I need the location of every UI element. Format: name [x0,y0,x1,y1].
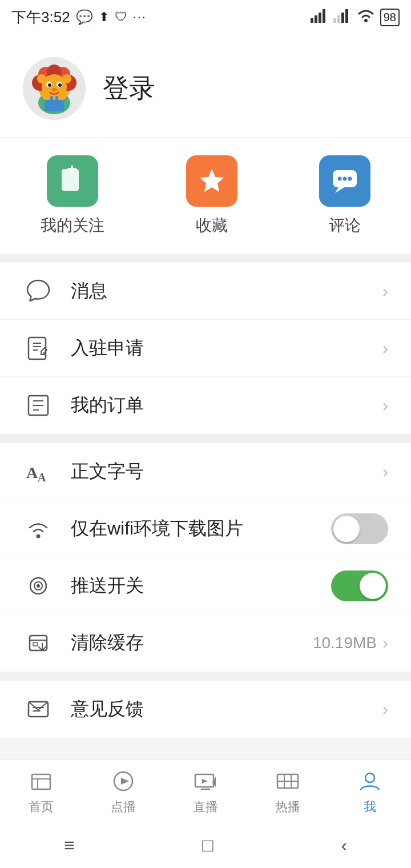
svg-rect-56 [32,774,50,789]
wifi-setting-icon [23,513,54,544]
menu-item-wifi[interactable]: 仅在wifi环境下载图片 [0,500,411,557]
apply-chevron: › [382,339,388,358]
time: 下午3:52 [11,7,70,27]
more-icon: ··· [133,10,147,25]
nav-item-me[interactable]: 我 [329,767,411,815]
avatar[interactable] [23,57,86,120]
follow-action[interactable]: 我的关注 [41,155,104,236]
svg-rect-37 [29,337,46,359]
menu-item-push[interactable]: 推送开关 [0,557,411,614]
svg-rect-3 [323,9,325,23]
fontsize-icon: AA [23,456,54,487]
svg-text:A: A [26,464,38,481]
section-divider-1 [0,254,411,263]
svg-point-69 [365,773,374,782]
svg-marker-64 [202,779,208,783]
feedback-icon [23,694,54,725]
live-nav-label: 直播 [193,798,218,815]
fontsize-chevron: › [382,462,388,481]
nav-item-hot[interactable]: 热播 [247,767,329,815]
svg-point-22 [51,88,57,91]
collect-action[interactable]: 收藏 [186,155,237,236]
follow-icon-box [47,155,98,207]
system-nav-bar: ≡ □ ‹ [0,822,411,868]
shield-icon: 🛡 [115,10,127,25]
vod-nav-icon [110,767,137,795]
menu-item-message[interactable]: 消息 › [0,263,411,320]
menu-list: 消息 › 入驻申请 › 我的订单 › [0,263,411,434]
svg-point-21 [58,83,62,87]
svg-rect-0 [311,18,313,23]
svg-point-50 [37,584,40,588]
svg-rect-6 [341,13,344,23]
login-label[interactable]: 登录 [103,71,155,106]
apply-label: 入驻申请 [71,336,382,361]
svg-rect-4 [333,18,336,23]
status-left: 下午3:52 💬 ⬆ 🛡 ··· [11,7,147,27]
quick-actions: 我的关注 收藏 评论 [0,138,411,254]
sys-home-btn[interactable]: □ [202,835,213,856]
svg-rect-2 [319,13,321,23]
menu-item-feedback[interactable]: 意见反馈 › [0,681,411,738]
signal-icon [311,8,329,26]
avatar-image [23,57,86,120]
svg-rect-26 [50,96,53,103]
sys-menu-btn[interactable]: ≡ [64,835,75,856]
vod-nav-label: 点播 [111,798,136,815]
menu-list-2: AA 正文字号 › 仅在wifi环境下载图片 推送开关 [0,443,411,672]
svg-point-35 [342,177,346,181]
sys-back-btn[interactable]: ‹ [341,835,347,856]
svg-point-24 [62,74,71,83]
order-label: 我的订单 [71,393,382,418]
home-nav-icon [27,767,55,795]
menu-item-apply[interactable]: 入驻申请 › [0,320,411,377]
svg-point-20 [48,83,51,87]
fontsize-label: 正文字号 [71,459,382,484]
menu-item-cache[interactable]: 清除缓存 10.19MB › [0,614,411,672]
profile-section[interactable]: 登录 [0,34,411,137]
collect-icon-box [186,155,237,207]
svg-rect-25 [45,100,64,111]
svg-point-8 [364,19,368,22]
svg-rect-5 [337,15,340,23]
comment-action[interactable]: 评论 [319,155,370,236]
nav-item-vod[interactable]: 点播 [82,767,164,815]
cache-label: 清除缓存 [71,630,313,656]
me-nav-icon [356,767,384,795]
menu-list-3: 意见反馈 › [0,681,411,738]
push-icon [23,570,54,601]
me-nav-label: 我 [364,798,376,815]
push-toggle[interactable] [331,570,388,601]
signal2-icon [333,8,352,26]
cache-value-area: 10.19MB › [313,633,388,653]
push-label: 推送开关 [71,573,331,598]
svg-rect-53 [33,642,38,646]
svg-marker-60 [121,778,129,785]
wifi-icon [356,8,376,26]
collect-label: 收藏 [196,215,228,236]
message-label: 消息 [71,279,382,304]
push-toggle-knob [360,573,386,599]
svg-text:A: A [38,471,46,484]
wifi-toggle[interactable] [331,513,388,544]
battery-level: 98 [384,11,396,23]
battery-indicator: 98 [380,9,400,26]
menu-item-fontsize[interactable]: AA 正文字号 › [0,443,411,500]
svg-marker-31 [200,169,224,192]
cache-size: 10.19MB [313,634,377,652]
nav-item-home[interactable]: 首页 [0,767,82,815]
upload-icon: ⬆ [99,10,109,25]
cache-chevron: › [382,633,388,653]
svg-rect-27 [55,96,58,103]
menu-item-order[interactable]: 我的订单 › [0,377,411,434]
message-icon [23,276,54,307]
section-divider-2 [0,434,411,443]
star-icon [196,166,227,196]
status-bar: 下午3:52 💬 ⬆ 🛡 ··· 98 [0,0,411,34]
live-nav-icon [192,767,219,795]
apply-icon [23,333,54,364]
nav-item-live[interactable]: 直播 [164,767,247,815]
comment-icon [329,166,360,196]
svg-marker-33 [335,187,344,193]
hot-nav-icon [274,767,301,795]
